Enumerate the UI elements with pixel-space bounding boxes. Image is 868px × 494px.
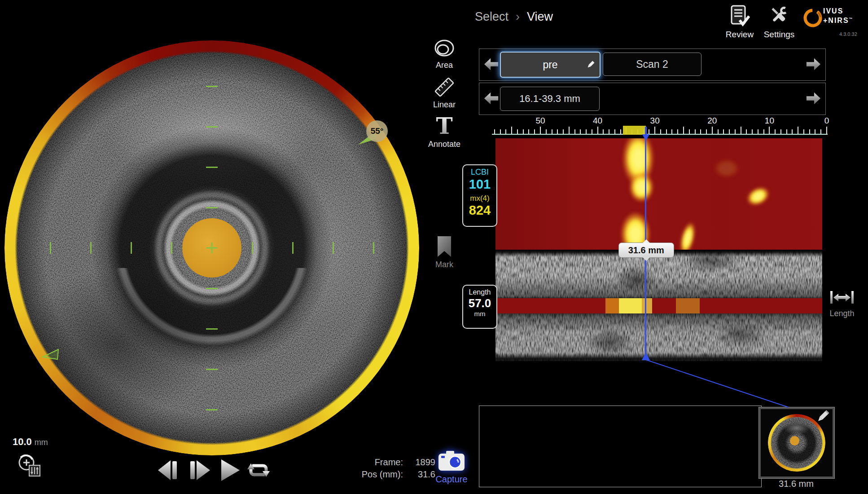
nirs-chemogram-map[interactable] [495,138,822,250]
capture-label: Capture [430,474,473,485]
scan-selector-row: pre Scan 2 [479,49,826,81]
block-level-chemogram-strip[interactable] [495,298,822,313]
ruler-tick [809,129,810,134]
status-labels: Frame: Pos (mm): [346,456,403,481]
ruler-tick [546,129,547,134]
reference-arrow-icon[interactable] [43,349,58,359]
linear-ruler-icon [434,76,455,98]
length-label: Length [463,288,496,296]
block-segment [605,298,618,313]
app-version: 4.3.0.32 [839,31,857,37]
ruler-tick [752,129,753,134]
ivus-nirs-logo: IVUS +NIRS™ [802,6,861,30]
scale-unit: mm [35,438,48,447]
breadcrumb-view: View [527,10,553,23]
position-marker-label[interactable]: 31.6 mm [618,243,674,258]
bookmark-icon [436,235,452,258]
ruler-tick [820,129,821,134]
ruler-tick [798,127,798,134]
tool-linear-button[interactable]: Linear [423,76,466,110]
block-segment [500,298,606,313]
scan-pre-label: pre [543,59,557,71]
ruler[interactable]: 50403020100 [492,116,829,138]
thumbnail-catheter-dot [790,436,799,445]
marker-to-thumbnail-line [645,359,789,408]
scan-pre-button[interactable]: pre [500,52,601,78]
tool-annotate-label: Annotate [423,140,466,149]
ruler-tick [723,129,724,134]
settings-button[interactable]: Settings [758,4,800,40]
ruler-label: 0 [818,116,836,126]
ruler-tick [786,129,787,134]
longitudinal-ivus-lower[interactable] [495,313,822,361]
logo-tm: ™ [849,17,853,21]
ruler-tick [677,129,678,134]
mx4-window-highlight[interactable] [623,126,646,135]
review-button[interactable]: Review [716,4,763,40]
ruler-tick [660,129,661,134]
block-segment [676,298,699,313]
scan-2-button[interactable]: Scan 2 [603,53,701,76]
ruler-label: 50 [531,116,549,126]
capture-button[interactable]: Capture [430,449,473,485]
ruler-tick [523,129,524,134]
length-value: 57.0 [463,296,496,310]
length-readout: Length 57.0 mm [462,285,497,329]
ruler-tick [528,129,529,134]
block-segment [652,298,676,313]
lipid-core-blob [629,172,654,203]
ruler-tick [597,127,598,134]
ruler-tick [700,129,701,134]
image-scale-label: 10.0mm [13,436,48,448]
tool-mark-label: Mark [423,260,466,269]
lcbi-label: LCBI [463,168,496,177]
loop-button[interactable] [247,459,270,481]
breadcrumb-select[interactable]: Select [475,10,509,23]
edit-pencil-icon[interactable] [586,60,596,70]
ruler-tick [706,129,707,134]
ruler-label: 40 [589,116,607,126]
logo-line1: IVUS [823,7,843,15]
ruler-tick [763,129,764,134]
ruler-tick [654,127,655,134]
longitudinal-lower-shading [495,313,822,361]
block-segment [642,298,652,313]
review-label: Review [716,30,763,40]
ruler-tick [620,129,621,134]
step-back-button[interactable] [155,459,180,481]
angle-badge[interactable]: 55° [366,120,388,142]
ruler-tick [729,129,730,134]
previous-scan-arrow-button[interactable] [483,57,500,72]
next-scan-arrow-button[interactable] [805,57,822,72]
settings-tools-icon [768,4,790,27]
thumbnail-edit-pencil-icon[interactable] [815,409,830,424]
ruler-label: 10 [760,116,778,126]
step-forward-button[interactable] [189,459,213,481]
length-drag-handle-icon[interactable] [829,289,855,306]
captured-frames-panel[interactable] [479,406,762,487]
zoom-adjust-icon[interactable] [15,451,43,479]
ruler-tick [758,129,758,134]
frame-thumbnail[interactable] [758,407,835,479]
ruler-tick [505,129,506,134]
tool-area-button[interactable]: Area [423,39,466,70]
scan-2-label: Scan 2 [636,58,668,71]
previous-region-arrow-button[interactable] [483,91,500,106]
lipid-core-blob [713,159,740,178]
ruler-tick [780,129,781,134]
frame-label: Frame: [346,456,403,468]
region-selector-row: 16.1-39.3 mm [479,83,826,115]
tool-mark-button[interactable]: Mark [423,235,466,269]
ivus-cross-section-image[interactable]: 55° [4,40,419,455]
ruler-tick [569,127,570,134]
region-range-button[interactable]: 16.1-39.3 mm [500,87,600,111]
play-button[interactable] [219,458,241,482]
next-region-arrow-button[interactable] [805,91,822,106]
tool-area-label: Area [423,61,466,70]
ruler-tick [815,129,815,134]
ruler-tick [609,129,609,134]
ruler-tick [826,127,827,134]
settings-label: Settings [758,30,800,40]
ruler-tick [557,129,558,134]
tool-annotate-button[interactable]: T Annotate [423,114,466,149]
